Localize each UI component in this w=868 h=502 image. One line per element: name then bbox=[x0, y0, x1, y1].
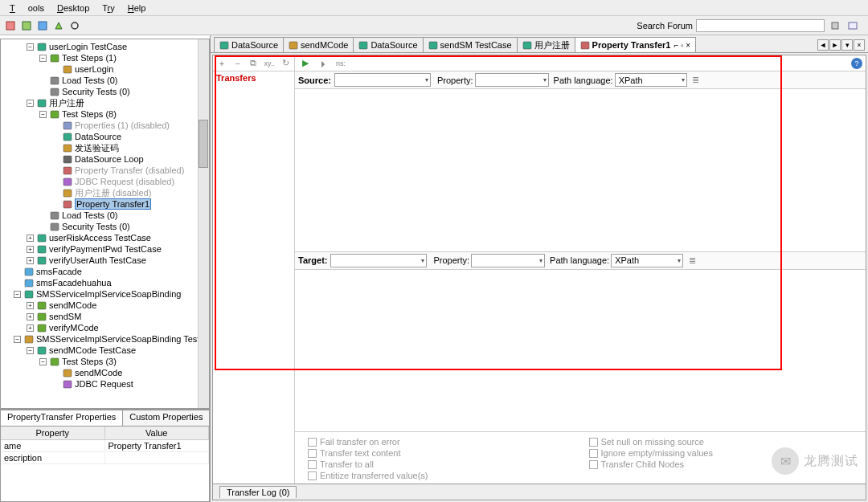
tree-item[interactable]: Properties (1) (disabled) bbox=[1, 120, 209, 131]
tool-icon-3[interactable] bbox=[35, 18, 50, 33]
tree-item[interactable]: 发送验证码 bbox=[1, 142, 209, 153]
tree-item[interactable]: −userLogin TestCase bbox=[1, 41, 209, 52]
tool-icon-4[interactable] bbox=[51, 18, 66, 33]
tree-toggle-icon[interactable]: + bbox=[27, 302, 34, 309]
tree-item[interactable]: −SMSServiceImplServiceSoapBinding bbox=[1, 288, 209, 300]
menu-help[interactable]: Help bbox=[121, 2, 153, 14]
source-textarea[interactable] bbox=[295, 89, 866, 252]
editor-tab[interactable]: sendSM TestCase bbox=[423, 37, 518, 52]
tree-item[interactable]: Load Tests (0) bbox=[1, 75, 209, 86]
editor-tab[interactable]: sendMCode bbox=[283, 37, 354, 52]
copy-transfer-icon[interactable]: ⧉ bbox=[247, 56, 261, 71]
prop-val[interactable]: Property Transfer1 bbox=[105, 440, 210, 451]
tree-toggle-icon[interactable]: + bbox=[27, 324, 34, 332]
tree-toggle-icon[interactable]: + bbox=[27, 235, 34, 242]
tab-custom-props[interactable]: Custom Properties bbox=[122, 410, 210, 426]
chk-null-missing[interactable] bbox=[589, 438, 598, 447]
src-property-combo[interactable]: ▾ bbox=[475, 73, 549, 87]
tree-toggle-icon[interactable]: + bbox=[27, 313, 34, 320]
prop-val[interactable] bbox=[105, 452, 210, 463]
tree-item[interactable]: +verifyPaymentPwd TestCase bbox=[1, 243, 209, 255]
chk-child-nodes[interactable] bbox=[589, 460, 598, 469]
tool-icon-1[interactable] bbox=[3, 18, 18, 33]
menu-try[interactable]: Try bbox=[96, 2, 121, 14]
search-go-icon[interactable] bbox=[828, 18, 842, 33]
run-all-icon[interactable]: ⏵ bbox=[316, 56, 330, 71]
chk-entitize[interactable] bbox=[308, 471, 317, 480]
editor-tab[interactable]: DataSource bbox=[353, 37, 423, 52]
tree-item[interactable]: DataSource bbox=[1, 131, 209, 142]
property-row[interactable]: escription bbox=[1, 452, 209, 464]
tree-item[interactable]: +sendSM bbox=[1, 311, 209, 322]
tree-scrollbar[interactable] bbox=[198, 39, 209, 408]
property-row[interactable]: ameProperty Transfer1 bbox=[1, 440, 209, 452]
tree-item[interactable]: 用户注册 (disabled) bbox=[1, 187, 209, 198]
src-pathlang-combo[interactable]: XPath▾ bbox=[615, 73, 687, 87]
tree-toggle-icon[interactable]: − bbox=[39, 55, 47, 62]
editor-tab[interactable]: Property Transfer1 ⌐ ▫ × bbox=[575, 37, 697, 52]
tree-item[interactable]: sendMCode bbox=[1, 367, 209, 378]
tree-item[interactable]: Security Tests (0) bbox=[1, 221, 209, 232]
source-combo[interactable]: ▾ bbox=[334, 73, 431, 87]
tree-item[interactable]: Property Transfer1 bbox=[1, 198, 209, 210]
editor-tab[interactable]: 用户注册 bbox=[517, 37, 575, 52]
tree-item[interactable]: +verifyMCode bbox=[1, 322, 209, 333]
tree-toggle-icon[interactable]: − bbox=[27, 347, 34, 354]
tree-item[interactable]: Security Tests (0) bbox=[1, 86, 209, 97]
tab-prev-icon[interactable]: ◄ bbox=[817, 39, 829, 51]
tree-toggle-icon[interactable]: − bbox=[39, 111, 47, 118]
tree-toggle-icon[interactable]: + bbox=[27, 257, 34, 264]
tree-toggle-icon[interactable]: − bbox=[39, 358, 47, 365]
tree-item[interactable]: −Test Steps (1) bbox=[1, 52, 209, 63]
help-icon[interactable]: ? bbox=[851, 58, 862, 69]
tool-icon-2[interactable] bbox=[19, 18, 34, 33]
run-icon[interactable]: ▶ bbox=[298, 56, 313, 71]
tree-item[interactable]: smsFacade bbox=[1, 266, 209, 277]
tree-item[interactable]: −SMSServiceImplServiceSoapBinding TestSu… bbox=[1, 333, 209, 345]
menu-tools[interactable]: Tools bbox=[3, 2, 51, 14]
tree-item[interactable]: JDBC Request (disabled) bbox=[1, 176, 209, 187]
tree-item[interactable]: smsFacadehuahua bbox=[1, 277, 209, 288]
tree-toggle-icon[interactable]: − bbox=[14, 336, 21, 343]
menu-desktop[interactable]: Desktop bbox=[51, 2, 96, 14]
tree-item[interactable]: −sendMCode TestCase bbox=[1, 345, 209, 356]
target-combo[interactable]: ▾ bbox=[330, 254, 427, 267]
tab-close-icon[interactable]: × bbox=[854, 39, 865, 51]
tool-icon-5[interactable] bbox=[68, 18, 82, 33]
target-textarea[interactable] bbox=[295, 270, 866, 433]
tree-item[interactable]: Load Tests (0) bbox=[1, 210, 209, 221]
tab-prop-transfer-props[interactable]: PropertyTransfer Properties bbox=[0, 410, 123, 426]
tree-item[interactable]: −用户注册 bbox=[1, 97, 209, 108]
chk-ignore-empty[interactable] bbox=[589, 449, 598, 458]
pref-icon[interactable] bbox=[845, 18, 860, 33]
tree-item[interactable]: userLogin bbox=[1, 63, 209, 75]
tree-item[interactable]: DataSource Loop bbox=[1, 153, 209, 165]
tgt-pathlang-combo[interactable]: XPath▾ bbox=[611, 254, 683, 267]
chk-fail-on-error[interactable] bbox=[308, 438, 317, 447]
del-transfer-icon[interactable]: − bbox=[231, 56, 245, 71]
tree-item[interactable]: −Test Steps (8) bbox=[1, 108, 209, 120]
project-tree[interactable]: −userLogin TestCase−Test Steps (1)userLo… bbox=[0, 39, 210, 409]
tgt-property-combo[interactable]: ▾ bbox=[471, 254, 545, 267]
src-wizard-icon[interactable]: ≣ bbox=[689, 73, 703, 88]
transfers-list[interactable] bbox=[213, 84, 294, 484]
tree-toggle-icon[interactable]: − bbox=[27, 100, 34, 107]
tgt-wizard-icon[interactable]: ≣ bbox=[685, 253, 699, 267]
tree-toggle-icon[interactable]: + bbox=[27, 246, 34, 253]
clear-transfer-icon[interactable]: ↻ bbox=[278, 56, 293, 71]
tree-toggle-icon[interactable]: − bbox=[27, 43, 34, 51]
editor-tab[interactable]: DataSource bbox=[214, 37, 284, 52]
transfer-log-tab[interactable]: Transfer Log (0) bbox=[219, 486, 297, 498]
tree-toggle-icon[interactable]: − bbox=[14, 291, 21, 298]
tree-item[interactable]: +verifyUserAuth TestCase bbox=[1, 255, 209, 266]
declare-ns-icon[interactable]: ns: bbox=[334, 56, 348, 71]
tree-item[interactable]: −Test Steps (3) bbox=[1, 356, 209, 367]
tab-next-icon[interactable]: ► bbox=[829, 39, 841, 51]
tree-item[interactable]: Property Transfer (disabled) bbox=[1, 165, 209, 176]
add-transfer-icon[interactable]: + bbox=[215, 56, 229, 71]
rename-transfer-icon[interactable]: xy.. bbox=[262, 56, 276, 71]
properties-grid[interactable]: Property Value ameProperty Transfer1escr… bbox=[0, 426, 210, 502]
tree-item[interactable]: JDBC Request bbox=[1, 378, 209, 390]
tree-item[interactable]: +userRiskAccess TestCase bbox=[1, 232, 209, 243]
chk-text-content[interactable] bbox=[308, 449, 317, 458]
